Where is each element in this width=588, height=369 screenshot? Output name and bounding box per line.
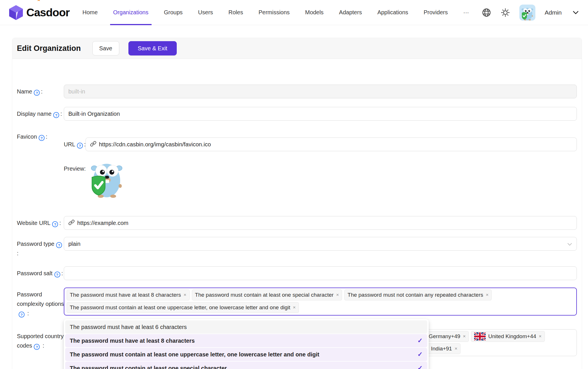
uk-flag-icon xyxy=(474,332,486,340)
page-title: Edit Organization xyxy=(17,44,81,53)
link-icon xyxy=(68,219,75,227)
card-header: Edit Organization Save Save & Exit xyxy=(12,38,582,59)
display-name-input[interactable]: Built-in Organization xyxy=(64,107,577,121)
help-icon[interactable]: ? xyxy=(52,221,58,227)
theme-sun-icon[interactable] xyxy=(500,8,510,17)
nav-item-groups[interactable]: Groups xyxy=(156,0,190,25)
country-codes-label: Supported country codes? : xyxy=(17,332,64,350)
name-label: Name?: xyxy=(17,87,64,96)
help-icon[interactable]: ? xyxy=(56,242,62,248)
dropdown-option[interactable]: The password must have at least 8 charac… xyxy=(65,334,427,347)
check-icon: ✓ xyxy=(418,364,423,369)
card-body: Name?: built-in Display name?: Built-in … xyxy=(12,59,582,369)
nav-more-menu[interactable]: ··· xyxy=(456,0,477,25)
main-nav: Home Organizations Groups Users Roles Pe… xyxy=(75,0,477,25)
remove-tag-icon[interactable]: × xyxy=(463,334,466,339)
help-icon[interactable]: ? xyxy=(54,272,60,278)
password-salt-label: Password salt?: xyxy=(17,269,64,278)
remove-tag-icon[interactable]: × xyxy=(454,346,457,352)
nav-item-providers[interactable]: Providers xyxy=(416,0,455,25)
password-complexity-label: Password complexity options? : xyxy=(17,290,64,318)
casdoor-logo[interactable]: Casdoor ★ xyxy=(9,5,69,21)
country-tag-uk: United Kingdom+44 × xyxy=(471,331,545,342)
favicon-preview-image xyxy=(90,159,124,200)
password-complexity-select[interactable]: The password must have at least 8 charac… xyxy=(64,288,577,316)
password-complexity-dropdown: The password must have at least 6 charac… xyxy=(64,319,429,369)
logo-star-icon: ★ xyxy=(37,0,41,3)
complexity-tag: The password must contain at least one s… xyxy=(192,290,342,300)
user-name[interactable]: Admin xyxy=(545,9,562,16)
complexity-tag: The password must contain at least one u… xyxy=(67,302,299,313)
password-type-label: Password type? : xyxy=(17,239,64,258)
name-input: built-in xyxy=(64,85,577,98)
user-avatar[interactable] xyxy=(519,5,535,21)
website-url-label: Website URL?: xyxy=(17,218,64,228)
top-navbar: Casdoor ★ Home Organizations Groups User… xyxy=(0,0,588,25)
complexity-tag: The password must not contain any repeat… xyxy=(344,290,492,300)
chevron-down-icon[interactable] xyxy=(571,8,581,17)
select-chevron-icon xyxy=(567,241,572,247)
website-url-input[interactable]: https://example.com xyxy=(64,216,577,230)
remove-tag-icon[interactable]: × xyxy=(184,292,186,298)
help-icon[interactable]: ? xyxy=(34,344,40,350)
password-type-select[interactable]: plain xyxy=(64,237,577,251)
nav-item-home[interactable]: Home xyxy=(75,0,105,25)
brand-name: Casdoor xyxy=(26,6,69,19)
dropdown-option[interactable]: The password must contain at least one u… xyxy=(65,348,427,361)
nav-item-models[interactable]: Models xyxy=(297,0,331,25)
nav-item-applications[interactable]: Applications xyxy=(370,0,416,25)
cube-logo-icon xyxy=(9,5,23,21)
check-icon: ✓ xyxy=(418,337,423,344)
country-tag-india: India+91 × xyxy=(428,343,460,354)
nav-item-permissions[interactable]: Permissions xyxy=(251,0,297,25)
edit-organization-card: Edit Organization Save Save & Exit Name?… xyxy=(12,38,582,369)
nav-item-organizations[interactable]: Organizations xyxy=(106,0,156,25)
help-icon[interactable]: ? xyxy=(34,90,40,96)
language-globe-icon[interactable] xyxy=(482,8,491,17)
nav-item-users[interactable]: Users xyxy=(190,0,221,25)
nav-item-adapters[interactable]: Adapters xyxy=(331,0,370,25)
navbar-right: Admin xyxy=(482,5,581,21)
complexity-tag: The password must have at least 8 charac… xyxy=(67,290,190,300)
remove-tag-icon[interactable]: × xyxy=(336,292,339,298)
help-icon[interactable]: ? xyxy=(53,112,59,118)
help-icon[interactable]: ? xyxy=(39,135,45,141)
dropdown-option[interactable]: The password must contain at least one s… xyxy=(65,362,427,369)
dropdown-option[interactable]: The password must have at least 6 charac… xyxy=(65,320,427,334)
remove-tag-icon[interactable]: × xyxy=(293,305,296,310)
favicon-url-input[interactable]: https://cdn.casbin.org/img/casbin/favico… xyxy=(86,137,577,151)
display-name-label: Display name?: xyxy=(17,109,64,119)
save-button[interactable]: Save xyxy=(92,41,119,55)
remove-tag-icon[interactable]: × xyxy=(539,334,542,339)
favicon-label: Favicon?: xyxy=(17,132,64,141)
save-and-exit-button[interactable]: Save & Exit xyxy=(128,41,177,55)
remove-tag-icon[interactable]: × xyxy=(486,292,488,298)
help-icon[interactable]: ? xyxy=(19,312,25,318)
check-icon: ✓ xyxy=(418,351,423,358)
nav-item-roles[interactable]: Roles xyxy=(221,0,251,25)
password-salt-input[interactable] xyxy=(64,266,577,280)
link-icon xyxy=(90,141,96,148)
help-icon[interactable]: ? xyxy=(77,143,83,149)
